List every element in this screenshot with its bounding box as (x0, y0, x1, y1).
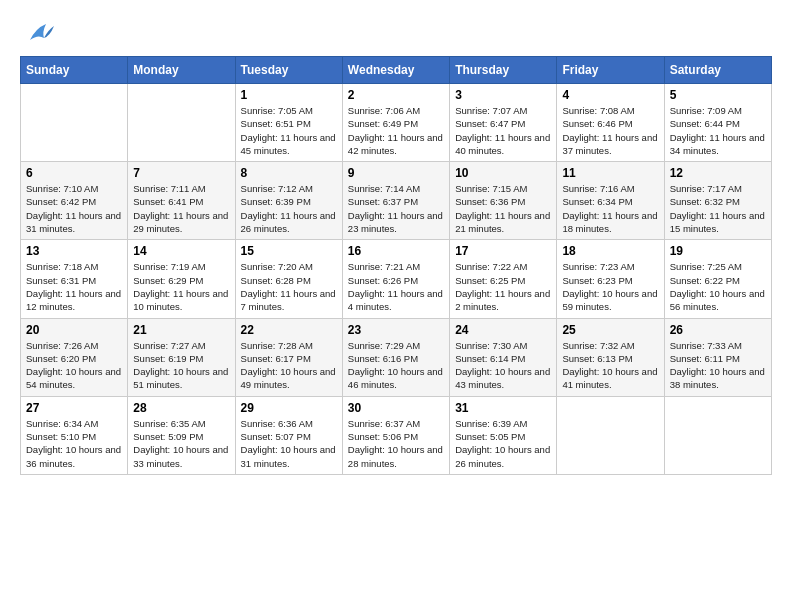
day-number: 13 (26, 244, 122, 258)
day-info: Sunrise: 7:07 AMSunset: 6:47 PMDaylight:… (455, 104, 551, 157)
day-number: 22 (241, 323, 337, 337)
day-number: 6 (26, 166, 122, 180)
calendar-cell: 28Sunrise: 6:35 AMSunset: 5:09 PMDayligh… (128, 396, 235, 474)
day-number: 28 (133, 401, 229, 415)
calendar-cell: 25Sunrise: 7:32 AMSunset: 6:13 PMDayligh… (557, 318, 664, 396)
calendar-cell: 26Sunrise: 7:33 AMSunset: 6:11 PMDayligh… (664, 318, 771, 396)
day-info: Sunrise: 7:33 AMSunset: 6:11 PMDaylight:… (670, 339, 766, 392)
day-info: Sunrise: 7:26 AMSunset: 6:20 PMDaylight:… (26, 339, 122, 392)
day-info: Sunrise: 6:35 AMSunset: 5:09 PMDaylight:… (133, 417, 229, 470)
calendar-cell: 11Sunrise: 7:16 AMSunset: 6:34 PMDayligh… (557, 162, 664, 240)
calendar-cell: 7Sunrise: 7:11 AMSunset: 6:41 PMDaylight… (128, 162, 235, 240)
day-number: 29 (241, 401, 337, 415)
day-info: Sunrise: 7:17 AMSunset: 6:32 PMDaylight:… (670, 182, 766, 235)
day-info: Sunrise: 7:16 AMSunset: 6:34 PMDaylight:… (562, 182, 658, 235)
day-number: 19 (670, 244, 766, 258)
header-day: Tuesday (235, 57, 342, 84)
calendar-cell: 23Sunrise: 7:29 AMSunset: 6:16 PMDayligh… (342, 318, 449, 396)
day-number: 14 (133, 244, 229, 258)
logo-bird-icon (22, 20, 54, 46)
day-number: 7 (133, 166, 229, 180)
day-info: Sunrise: 7:28 AMSunset: 6:17 PMDaylight:… (241, 339, 337, 392)
day-number: 21 (133, 323, 229, 337)
day-number: 16 (348, 244, 444, 258)
calendar-cell: 30Sunrise: 6:37 AMSunset: 5:06 PMDayligh… (342, 396, 449, 474)
calendar-cell: 9Sunrise: 7:14 AMSunset: 6:37 PMDaylight… (342, 162, 449, 240)
day-number: 15 (241, 244, 337, 258)
calendar-cell: 5Sunrise: 7:09 AMSunset: 6:44 PMDaylight… (664, 84, 771, 162)
calendar-cell: 22Sunrise: 7:28 AMSunset: 6:17 PMDayligh… (235, 318, 342, 396)
day-number: 27 (26, 401, 122, 415)
day-number: 25 (562, 323, 658, 337)
calendar-cell: 19Sunrise: 7:25 AMSunset: 6:22 PMDayligh… (664, 240, 771, 318)
calendar-cell: 8Sunrise: 7:12 AMSunset: 6:39 PMDaylight… (235, 162, 342, 240)
day-info: Sunrise: 6:37 AMSunset: 5:06 PMDaylight:… (348, 417, 444, 470)
calendar-cell: 6Sunrise: 7:10 AMSunset: 6:42 PMDaylight… (21, 162, 128, 240)
calendar-cell: 3Sunrise: 7:07 AMSunset: 6:47 PMDaylight… (450, 84, 557, 162)
calendar-cell: 18Sunrise: 7:23 AMSunset: 6:23 PMDayligh… (557, 240, 664, 318)
day-info: Sunrise: 7:29 AMSunset: 6:16 PMDaylight:… (348, 339, 444, 392)
header-day: Monday (128, 57, 235, 84)
header-day: Friday (557, 57, 664, 84)
day-number: 4 (562, 88, 658, 102)
day-info: Sunrise: 7:09 AMSunset: 6:44 PMDaylight:… (670, 104, 766, 157)
day-info: Sunrise: 6:36 AMSunset: 5:07 PMDaylight:… (241, 417, 337, 470)
day-info: Sunrise: 7:05 AMSunset: 6:51 PMDaylight:… (241, 104, 337, 157)
day-number: 9 (348, 166, 444, 180)
calendar-cell: 20Sunrise: 7:26 AMSunset: 6:20 PMDayligh… (21, 318, 128, 396)
day-info: Sunrise: 7:14 AMSunset: 6:37 PMDaylight:… (348, 182, 444, 235)
day-info: Sunrise: 7:10 AMSunset: 6:42 PMDaylight:… (26, 182, 122, 235)
day-number: 18 (562, 244, 658, 258)
day-number: 8 (241, 166, 337, 180)
header-day: Sunday (21, 57, 128, 84)
day-number: 23 (348, 323, 444, 337)
header-day: Saturday (664, 57, 771, 84)
calendar-cell: 17Sunrise: 7:22 AMSunset: 6:25 PMDayligh… (450, 240, 557, 318)
calendar-cell: 29Sunrise: 6:36 AMSunset: 5:07 PMDayligh… (235, 396, 342, 474)
calendar-cell (664, 396, 771, 474)
calendar-cell: 27Sunrise: 6:34 AMSunset: 5:10 PMDayligh… (21, 396, 128, 474)
header-row: SundayMondayTuesdayWednesdayThursdayFrid… (21, 57, 772, 84)
day-info: Sunrise: 7:18 AMSunset: 6:31 PMDaylight:… (26, 260, 122, 313)
day-info: Sunrise: 7:23 AMSunset: 6:23 PMDaylight:… (562, 260, 658, 313)
header-day: Wednesday (342, 57, 449, 84)
day-info: Sunrise: 6:39 AMSunset: 5:05 PMDaylight:… (455, 417, 551, 470)
day-number: 24 (455, 323, 551, 337)
calendar-cell (557, 396, 664, 474)
calendar-row: 1Sunrise: 7:05 AMSunset: 6:51 PMDaylight… (21, 84, 772, 162)
day-number: 17 (455, 244, 551, 258)
day-number: 30 (348, 401, 444, 415)
logo (20, 20, 54, 46)
calendar-row: 27Sunrise: 6:34 AMSunset: 5:10 PMDayligh… (21, 396, 772, 474)
day-info: Sunrise: 7:30 AMSunset: 6:14 PMDaylight:… (455, 339, 551, 392)
day-number: 11 (562, 166, 658, 180)
day-info: Sunrise: 7:20 AMSunset: 6:28 PMDaylight:… (241, 260, 337, 313)
calendar-cell: 13Sunrise: 7:18 AMSunset: 6:31 PMDayligh… (21, 240, 128, 318)
calendar-table: SundayMondayTuesdayWednesdayThursdayFrid… (20, 56, 772, 475)
day-info: Sunrise: 7:08 AMSunset: 6:46 PMDaylight:… (562, 104, 658, 157)
day-number: 5 (670, 88, 766, 102)
calendar-cell: 4Sunrise: 7:08 AMSunset: 6:46 PMDaylight… (557, 84, 664, 162)
day-info: Sunrise: 7:25 AMSunset: 6:22 PMDaylight:… (670, 260, 766, 313)
calendar-cell: 10Sunrise: 7:15 AMSunset: 6:36 PMDayligh… (450, 162, 557, 240)
calendar-cell (128, 84, 235, 162)
day-number: 1 (241, 88, 337, 102)
header-day: Thursday (450, 57, 557, 84)
calendar-cell: 24Sunrise: 7:30 AMSunset: 6:14 PMDayligh… (450, 318, 557, 396)
day-number: 2 (348, 88, 444, 102)
day-number: 20 (26, 323, 122, 337)
day-info: Sunrise: 7:22 AMSunset: 6:25 PMDaylight:… (455, 260, 551, 313)
day-info: Sunrise: 6:34 AMSunset: 5:10 PMDaylight:… (26, 417, 122, 470)
day-info: Sunrise: 7:06 AMSunset: 6:49 PMDaylight:… (348, 104, 444, 157)
calendar-cell: 31Sunrise: 6:39 AMSunset: 5:05 PMDayligh… (450, 396, 557, 474)
day-info: Sunrise: 7:15 AMSunset: 6:36 PMDaylight:… (455, 182, 551, 235)
calendar-cell: 2Sunrise: 7:06 AMSunset: 6:49 PMDaylight… (342, 84, 449, 162)
day-info: Sunrise: 7:21 AMSunset: 6:26 PMDaylight:… (348, 260, 444, 313)
calendar-cell: 12Sunrise: 7:17 AMSunset: 6:32 PMDayligh… (664, 162, 771, 240)
day-number: 10 (455, 166, 551, 180)
day-number: 31 (455, 401, 551, 415)
day-info: Sunrise: 7:32 AMSunset: 6:13 PMDaylight:… (562, 339, 658, 392)
calendar-row: 6Sunrise: 7:10 AMSunset: 6:42 PMDaylight… (21, 162, 772, 240)
calendar-cell (21, 84, 128, 162)
day-number: 12 (670, 166, 766, 180)
